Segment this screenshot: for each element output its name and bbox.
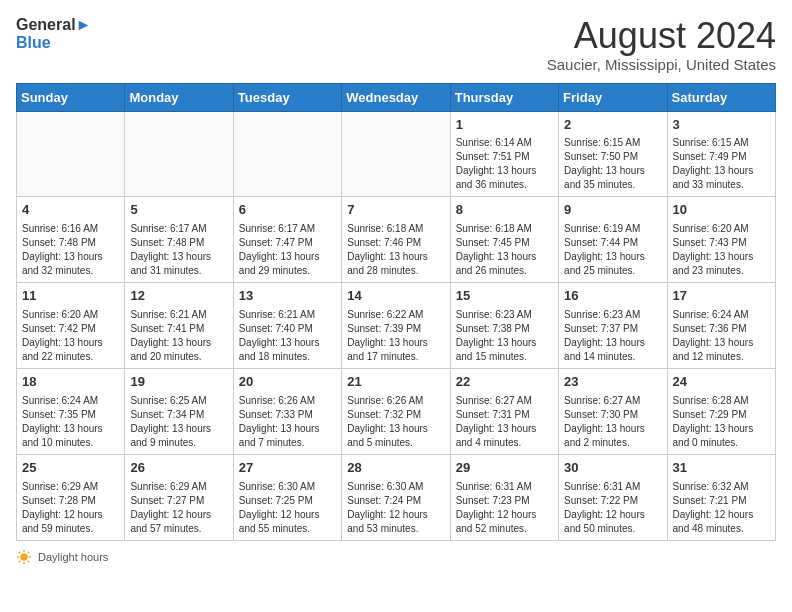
- day-number: 24: [673, 373, 770, 392]
- weekday-header-friday: Friday: [559, 83, 667, 111]
- svg-line-7: [28, 552, 29, 553]
- day-info: Sunrise: 6:14 AM Sunset: 7:51 PM Dayligh…: [456, 136, 553, 192]
- day-info: Sunrise: 6:25 AM Sunset: 7:34 PM Dayligh…: [130, 394, 227, 450]
- day-info: Sunrise: 6:23 AM Sunset: 7:38 PM Dayligh…: [456, 308, 553, 364]
- calendar-cell-w4d5: 30Sunrise: 6:31 AM Sunset: 7:22 PM Dayli…: [559, 454, 667, 540]
- calendar-cell-w1d3: 7Sunrise: 6:18 AM Sunset: 7:46 PM Daylig…: [342, 197, 450, 283]
- day-number: 5: [130, 201, 227, 220]
- calendar-cell-w1d0: 4Sunrise: 6:16 AM Sunset: 7:48 PM Daylig…: [17, 197, 125, 283]
- calendar-cell-w0d3: [342, 111, 450, 197]
- day-number: 14: [347, 287, 444, 306]
- logo-text: General► Blue: [16, 16, 91, 51]
- day-number: 4: [22, 201, 119, 220]
- calendar-cell-w4d2: 27Sunrise: 6:30 AM Sunset: 7:25 PM Dayli…: [233, 454, 341, 540]
- day-number: 17: [673, 287, 770, 306]
- day-number: 11: [22, 287, 119, 306]
- calendar-cell-w0d4: 1Sunrise: 6:14 AM Sunset: 7:51 PM Daylig…: [450, 111, 558, 197]
- day-number: 27: [239, 459, 336, 478]
- day-info: Sunrise: 6:24 AM Sunset: 7:36 PM Dayligh…: [673, 308, 770, 364]
- week-row-0: 1Sunrise: 6:14 AM Sunset: 7:51 PM Daylig…: [17, 111, 776, 197]
- calendar-cell-w1d6: 10Sunrise: 6:20 AM Sunset: 7:43 PM Dayli…: [667, 197, 775, 283]
- day-info: Sunrise: 6:17 AM Sunset: 7:47 PM Dayligh…: [239, 222, 336, 278]
- day-info: Sunrise: 6:23 AM Sunset: 7:37 PM Dayligh…: [564, 308, 661, 364]
- day-number: 30: [564, 459, 661, 478]
- calendar-cell-w1d5: 9Sunrise: 6:19 AM Sunset: 7:44 PM Daylig…: [559, 197, 667, 283]
- weekday-header-thursday: Thursday: [450, 83, 558, 111]
- day-info: Sunrise: 6:26 AM Sunset: 7:33 PM Dayligh…: [239, 394, 336, 450]
- location-title: Saucier, Mississippi, United States: [547, 56, 776, 73]
- day-number: 6: [239, 201, 336, 220]
- calendar-cell-w4d6: 31Sunrise: 6:32 AM Sunset: 7:21 PM Dayli…: [667, 454, 775, 540]
- day-info: Sunrise: 6:20 AM Sunset: 7:43 PM Dayligh…: [673, 222, 770, 278]
- day-number: 8: [456, 201, 553, 220]
- day-info: Sunrise: 6:31 AM Sunset: 7:23 PM Dayligh…: [456, 480, 553, 536]
- day-number: 9: [564, 201, 661, 220]
- day-number: 23: [564, 373, 661, 392]
- calendar-cell-w3d1: 19Sunrise: 6:25 AM Sunset: 7:34 PM Dayli…: [125, 369, 233, 455]
- day-info: Sunrise: 6:26 AM Sunset: 7:32 PM Dayligh…: [347, 394, 444, 450]
- weekday-header-monday: Monday: [125, 83, 233, 111]
- calendar-cell-w3d2: 20Sunrise: 6:26 AM Sunset: 7:33 PM Dayli…: [233, 369, 341, 455]
- calendar-cell-w2d2: 13Sunrise: 6:21 AM Sunset: 7:40 PM Dayli…: [233, 283, 341, 369]
- day-number: 2: [564, 116, 661, 135]
- calendar-cell-w2d0: 11Sunrise: 6:20 AM Sunset: 7:42 PM Dayli…: [17, 283, 125, 369]
- weekday-header-saturday: Saturday: [667, 83, 775, 111]
- day-number: 25: [22, 459, 119, 478]
- week-row-3: 18Sunrise: 6:24 AM Sunset: 7:35 PM Dayli…: [17, 369, 776, 455]
- day-info: Sunrise: 6:22 AM Sunset: 7:39 PM Dayligh…: [347, 308, 444, 364]
- svg-line-5: [19, 552, 20, 553]
- day-info: Sunrise: 6:18 AM Sunset: 7:45 PM Dayligh…: [456, 222, 553, 278]
- calendar: SundayMondayTuesdayWednesdayThursdayFrid…: [16, 83, 776, 541]
- sun-icon: [16, 549, 32, 565]
- day-info: Sunrise: 6:24 AM Sunset: 7:35 PM Dayligh…: [22, 394, 119, 450]
- day-number: 13: [239, 287, 336, 306]
- day-number: 15: [456, 287, 553, 306]
- day-number: 10: [673, 201, 770, 220]
- day-number: 31: [673, 459, 770, 478]
- svg-line-6: [28, 561, 29, 562]
- title-area: August 2024 Saucier, Mississippi, United…: [547, 16, 776, 73]
- calendar-cell-w4d3: 28Sunrise: 6:30 AM Sunset: 7:24 PM Dayli…: [342, 454, 450, 540]
- calendar-cell-w3d6: 24Sunrise: 6:28 AM Sunset: 7:29 PM Dayli…: [667, 369, 775, 455]
- calendar-cell-w3d5: 23Sunrise: 6:27 AM Sunset: 7:30 PM Dayli…: [559, 369, 667, 455]
- calendar-cell-w2d6: 17Sunrise: 6:24 AM Sunset: 7:36 PM Dayli…: [667, 283, 775, 369]
- day-info: Sunrise: 6:21 AM Sunset: 7:40 PM Dayligh…: [239, 308, 336, 364]
- header: General► Blue August 2024 Saucier, Missi…: [16, 16, 776, 73]
- calendar-cell-w0d2: [233, 111, 341, 197]
- week-row-1: 4Sunrise: 6:16 AM Sunset: 7:48 PM Daylig…: [17, 197, 776, 283]
- calendar-cell-w1d4: 8Sunrise: 6:18 AM Sunset: 7:45 PM Daylig…: [450, 197, 558, 283]
- day-info: Sunrise: 6:18 AM Sunset: 7:46 PM Dayligh…: [347, 222, 444, 278]
- day-info: Sunrise: 6:19 AM Sunset: 7:44 PM Dayligh…: [564, 222, 661, 278]
- calendar-cell-w2d1: 12Sunrise: 6:21 AM Sunset: 7:41 PM Dayli…: [125, 283, 233, 369]
- day-info: Sunrise: 6:29 AM Sunset: 7:27 PM Dayligh…: [130, 480, 227, 536]
- day-info: Sunrise: 6:15 AM Sunset: 7:49 PM Dayligh…: [673, 136, 770, 192]
- day-number: 18: [22, 373, 119, 392]
- calendar-cell-w3d4: 22Sunrise: 6:27 AM Sunset: 7:31 PM Dayli…: [450, 369, 558, 455]
- calendar-cell-w0d5: 2Sunrise: 6:15 AM Sunset: 7:50 PM Daylig…: [559, 111, 667, 197]
- day-number: 16: [564, 287, 661, 306]
- calendar-cell-w0d0: [17, 111, 125, 197]
- day-number: 28: [347, 459, 444, 478]
- day-info: Sunrise: 6:29 AM Sunset: 7:28 PM Dayligh…: [22, 480, 119, 536]
- calendar-cell-w2d5: 16Sunrise: 6:23 AM Sunset: 7:37 PM Dayli…: [559, 283, 667, 369]
- calendar-cell-w4d4: 29Sunrise: 6:31 AM Sunset: 7:23 PM Dayli…: [450, 454, 558, 540]
- calendar-cell-w2d4: 15Sunrise: 6:23 AM Sunset: 7:38 PM Dayli…: [450, 283, 558, 369]
- calendar-cell-w1d2: 6Sunrise: 6:17 AM Sunset: 7:47 PM Daylig…: [233, 197, 341, 283]
- calendar-cell-w1d1: 5Sunrise: 6:17 AM Sunset: 7:48 PM Daylig…: [125, 197, 233, 283]
- footer: Daylight hours: [16, 549, 776, 565]
- svg-line-8: [19, 561, 20, 562]
- day-number: 3: [673, 116, 770, 135]
- calendar-cell-w3d3: 21Sunrise: 6:26 AM Sunset: 7:32 PM Dayli…: [342, 369, 450, 455]
- week-row-4: 25Sunrise: 6:29 AM Sunset: 7:28 PM Dayli…: [17, 454, 776, 540]
- day-number: 21: [347, 373, 444, 392]
- calendar-cell-w0d6: 3Sunrise: 6:15 AM Sunset: 7:49 PM Daylig…: [667, 111, 775, 197]
- day-number: 20: [239, 373, 336, 392]
- day-info: Sunrise: 6:31 AM Sunset: 7:22 PM Dayligh…: [564, 480, 661, 536]
- week-row-2: 11Sunrise: 6:20 AM Sunset: 7:42 PM Dayli…: [17, 283, 776, 369]
- day-info: Sunrise: 6:16 AM Sunset: 7:48 PM Dayligh…: [22, 222, 119, 278]
- calendar-cell-w4d1: 26Sunrise: 6:29 AM Sunset: 7:27 PM Dayli…: [125, 454, 233, 540]
- day-info: Sunrise: 6:21 AM Sunset: 7:41 PM Dayligh…: [130, 308, 227, 364]
- calendar-cell-w0d1: [125, 111, 233, 197]
- day-info: Sunrise: 6:27 AM Sunset: 7:30 PM Dayligh…: [564, 394, 661, 450]
- day-number: 29: [456, 459, 553, 478]
